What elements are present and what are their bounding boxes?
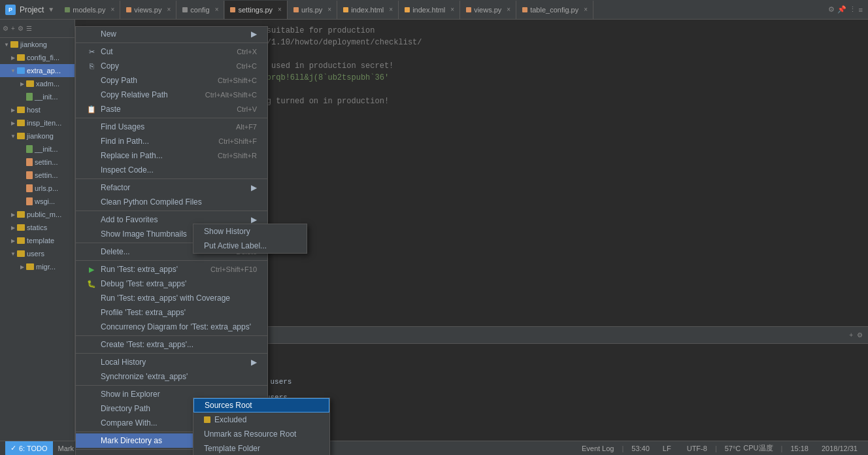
menu-item-find-usages[interactable]: Find Usages Alt+F7	[76, 120, 267, 134]
shortcut: Alt+F7	[236, 123, 257, 131]
title-controls: ⚙ 📌 ⋮ ≡	[828, 5, 863, 14]
terminal-plus-icon[interactable]: +	[849, 331, 853, 339]
settings-icon[interactable]: ⚙	[828, 5, 835, 14]
status-encoding[interactable]: UTF-8	[682, 445, 712, 452]
tree-item-migr[interactable]: ▶ migr...	[0, 260, 75, 273]
menu-item-copy-path[interactable]: Copy Path Ctrl+Shift+C	[76, 73, 267, 88]
menu-item-template-folder[interactable]: Template Folder	[193, 441, 329, 455]
menu-item-label: Local History	[101, 358, 146, 367]
find-usages-icon	[86, 122, 97, 132]
menu-item-create-test[interactable]: Create 'Test: extra_apps'...	[76, 337, 267, 352]
sidebar-settings-icon[interactable]: ⚙	[3, 25, 8, 32]
tab-urls-py[interactable]: urls.py ×	[288, 1, 337, 19]
tree-item-public[interactable]: ▶ public_m...	[0, 208, 75, 221]
status-lf[interactable]: LF	[658, 445, 676, 452]
tab-close[interactable]: ×	[167, 6, 171, 13]
sidebar-layout-icon[interactable]: ☰	[26, 25, 32, 32]
menu-item-excluded[interactable]: Excluded	[193, 413, 329, 427]
menu-item-clean-python[interactable]: Clean Python Compiled Files	[76, 195, 267, 209]
tree-item-host[interactable]: ▶ host	[0, 103, 75, 116]
tree-label: insp_iten...	[27, 119, 61, 127]
tree-item-jiankong[interactable]: ▼ jiankong	[0, 38, 75, 51]
editor-tabs: models.py × views.py × config × settings…	[59, 1, 820, 19]
tab-settings-py[interactable]: settings.py ×	[225, 1, 287, 19]
tab-label: index.html	[351, 6, 384, 14]
menu-item-inspect-code[interactable]: Inspect Code...	[76, 163, 267, 177]
tab-close[interactable]: ×	[450, 6, 454, 13]
menu-item-copy[interactable]: ⎘ Copy Ctrl+C	[76, 59, 267, 73]
split-icon[interactable]: ⋮	[849, 5, 856, 14]
tree-item-statics[interactable]: ▶ statics	[0, 221, 75, 234]
tree-item-config[interactable]: ▶ config_fi...	[0, 51, 75, 64]
terminal-settings-icon[interactable]: ⚙	[857, 331, 863, 339]
menu-item-copy-relative-path[interactable]: Copy Relative Path Ctrl+Alt+Shift+C	[76, 88, 267, 102]
tab-views-py-2[interactable]: views.py ×	[461, 1, 516, 19]
menu-item-label: Put Active Label...	[204, 241, 267, 250]
menu-item-unmark-resource[interactable]: Unmark as Resource Root	[193, 427, 329, 441]
tab-models-py[interactable]: models.py ×	[59, 1, 120, 19]
tree-item-settings1[interactable]: settin...	[0, 156, 75, 169]
menu-item-run-coverage[interactable]: Run 'Test: extra_apps' with Coverage	[76, 291, 267, 305]
menu-item-new[interactable]: New ▶	[76, 27, 267, 41]
menu-item-concurrency[interactable]: Concurrency Diagram for 'Test: extra_app…	[76, 320, 267, 334]
menu-item-label: Mark Directory as	[101, 436, 162, 445]
tab-index-html-1[interactable]: index.html ×	[338, 1, 399, 19]
tab-views-py[interactable]: views.py ×	[121, 1, 176, 19]
menu-item-put-active-label[interactable]: Put Active Label...	[193, 239, 307, 253]
tree-item-users[interactable]: ▼ users	[0, 247, 75, 260]
menu-item-refactor[interactable]: Refactor ▶	[76, 180, 267, 195]
tab-config[interactable]: config ×	[177, 1, 224, 19]
tree-item-insp[interactable]: ▶ insp_iten...	[0, 116, 75, 129]
tab-table-config-py[interactable]: table_config.py ×	[517, 1, 593, 19]
expand-arrow	[18, 171, 26, 179]
tab-close[interactable]: ×	[389, 6, 393, 13]
menu-item-show-history[interactable]: Show History	[193, 224, 307, 239]
menu-item-label: Concurrency Diagram for 'Test: extra_app…	[101, 322, 251, 331]
tree-item-template[interactable]: ▶ template	[0, 234, 75, 247]
shortcut: Ctrl+X	[237, 48, 257, 56]
submenu-arrow: ▶	[251, 29, 257, 39]
compare-icon	[86, 418, 97, 428]
menu-item-paste[interactable]: 📋 Paste Ctrl+V	[76, 102, 267, 116]
tab-close[interactable]: ×	[327, 6, 331, 13]
status-todo[interactable]: ✓ 6: TODO	[5, 441, 53, 456]
menu-item-profile-test[interactable]: Profile 'Test: extra_apps'	[76, 305, 267, 320]
menu-item-synchronize[interactable]: Synchronize 'extra_apps'	[76, 369, 267, 384]
tree-item-xadm[interactable]: ▶ xadm...	[0, 77, 75, 90]
tree-item-jiankong2[interactable]: ▼ jiankong	[0, 129, 75, 143]
menu-item-local-history[interactable]: Local History ▶	[76, 355, 267, 369]
tab-close[interactable]: ×	[278, 6, 282, 13]
sidebar-plus-icon[interactable]: +	[11, 25, 15, 32]
shortcut: Ctrl+Shift+R	[218, 152, 257, 160]
tree-item-urls[interactable]: urls.p...	[0, 182, 75, 195]
tree-item-wsgi[interactable]: wsgi...	[0, 195, 75, 208]
tree-item-init2[interactable]: __init...	[0, 143, 75, 156]
menu-item-run-test[interactable]: ▶ Run 'Test: extra_apps' Ctrl+Shift+F10	[76, 262, 267, 277]
menu-separator	[76, 42, 267, 43]
tab-index-html-2[interactable]: index.html ×	[399, 1, 460, 19]
dropdown-arrow[interactable]: ▼	[48, 6, 54, 13]
menu-item-debug-test[interactable]: 🐛 Debug 'Test: extra_apps'	[76, 277, 267, 291]
menu-item-cut[interactable]: ✂ Cut Ctrl+X	[76, 44, 267, 59]
menu-item-replace-in-path[interactable]: Replace in Path... Ctrl+Shift+R	[76, 148, 267, 163]
tab-close[interactable]: ×	[110, 6, 114, 13]
menu-item-sources-root[interactable]: Sources Root	[193, 398, 329, 413]
tree-item-settings2[interactable]: settin...	[0, 169, 75, 182]
status-event-log[interactable]: Event Log	[576, 445, 620, 452]
menu-item-label: Copy Relative Path	[101, 90, 168, 99]
tab-close[interactable]: ×	[507, 6, 510, 13]
tree-label: settin...	[35, 171, 58, 179]
tree-item-init1[interactable]: __init...	[0, 90, 75, 103]
tree-label: urls.p...	[35, 184, 58, 192]
menu-icon[interactable]: ≡	[859, 6, 863, 14]
tab-icon	[182, 7, 188, 12]
pin-icon[interactable]: 📌	[837, 5, 846, 14]
expand-arrow	[18, 184, 26, 192]
tree-item-extra-apps[interactable]: ▼ extra_ap...	[0, 64, 75, 77]
sidebar-gear-icon[interactable]: ⚙	[18, 25, 24, 32]
menu-item-find-in-path[interactable]: Find in Path... Ctrl+Shift+F	[76, 134, 267, 148]
tab-close[interactable]: ×	[584, 6, 588, 13]
tab-close[interactable]: ×	[215, 6, 219, 13]
menu-separator	[76, 260, 267, 261]
favorites-icon	[86, 214, 97, 225]
